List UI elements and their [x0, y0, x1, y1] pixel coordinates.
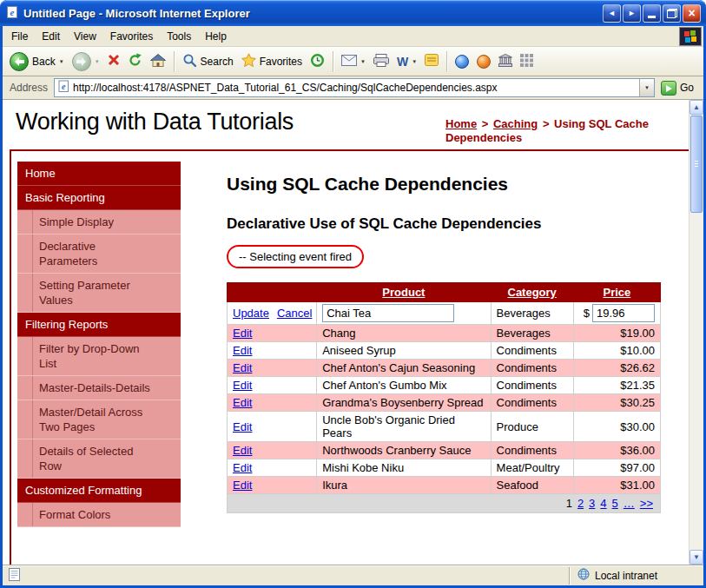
sidebar-item-customized-formatting[interactable]: Customized Formatting [17, 479, 181, 503]
edit-link[interactable]: Edit [233, 444, 252, 457]
stop-button[interactable] [104, 51, 123, 71]
msn-button[interactable] [473, 52, 494, 71]
research-button[interactable] [495, 51, 516, 72]
sort-price-link[interactable]: Price [603, 286, 630, 299]
scroll-up-button[interactable]: ▲ [690, 100, 703, 115]
edit-link[interactable]: Edit [233, 361, 252, 374]
scroll-down-button[interactable]: ▼ [690, 550, 703, 565]
edit-link[interactable]: Edit [233, 396, 252, 409]
sidebar-item-basic-reporting[interactable]: Basic Reporting [17, 186, 181, 210]
sidebar-item-setting-parameter-values[interactable]: Setting Parameter Values [17, 274, 181, 313]
sidebar-item-filter-by-dropdown-list[interactable]: Filter by Drop-Down List [17, 337, 181, 376]
table-row: Edit Uncle Bob's Organic Dried Pears Pro… [228, 412, 661, 442]
back-dropdown-icon[interactable]: ▼ [59, 59, 64, 64]
sidebar-item-home[interactable]: Home [17, 162, 181, 186]
edit-link[interactable]: Edit [233, 420, 252, 433]
refresh-button[interactable] [124, 50, 146, 73]
security-zone-label: Local intranet [595, 570, 657, 582]
pager-page-5-link[interactable]: 5 [612, 497, 618, 510]
product-cell: Northwoods Cranberry Sauce [317, 442, 491, 459]
sort-category-link[interactable]: Category [508, 286, 557, 299]
go-label: Go [680, 82, 694, 94]
sidebar-item-master-detail-two-pages[interactable]: Master/Detail Across Two Pages [17, 400, 181, 439]
menu-view[interactable]: View [67, 27, 103, 46]
history-button[interactable] [307, 50, 328, 73]
address-dropdown-button[interactable]: ▼ [639, 79, 654, 96]
action-cell: Edit [228, 377, 317, 394]
category-cell: Produce [491, 412, 573, 442]
edit-link[interactable]: Edit [233, 479, 252, 492]
discuss-button[interactable] [421, 51, 442, 71]
restore-button[interactable] [663, 4, 681, 23]
messenger-button[interactable] [452, 52, 472, 71]
update-link[interactable]: Update [233, 307, 269, 320]
price-input[interactable] [592, 304, 655, 322]
pager-page-2-link[interactable]: 2 [577, 497, 584, 510]
home-button[interactable] [147, 51, 169, 72]
sidebar-item-simple-display[interactable]: Simple Display [17, 210, 181, 235]
msn-icon [477, 55, 491, 69]
restore-icon [667, 9, 677, 18]
product-cell: Ikura [317, 477, 491, 494]
edit-link[interactable]: Edit [233, 344, 252, 357]
edit-dropdown-icon[interactable]: ▼ [412, 59, 417, 64]
page-header: Working with Data Tutorials Home > Cachi… [3, 100, 689, 149]
breadcrumb-caching-link[interactable]: Caching [493, 117, 538, 130]
titlebar[interactable]: e Untitled Page - Microsoft Internet Exp… [0, 0, 706, 26]
search-button[interactable]: Search [179, 50, 237, 73]
action-cell: Edit [228, 477, 317, 494]
edit-link[interactable]: Edit [233, 379, 252, 392]
menu-help[interactable]: Help [198, 27, 234, 46]
price-cell: $36.00 [573, 442, 660, 459]
close-button[interactable]: × [683, 4, 701, 23]
tiles-button[interactable] [517, 51, 537, 72]
pager-more-link[interactable]: … [624, 497, 635, 510]
sort-product-link[interactable]: Product [382, 286, 425, 299]
grid-icon [520, 54, 533, 69]
edit-link[interactable]: Edit [233, 461, 252, 474]
search-label: Search [201, 56, 234, 68]
pager-page-3-link[interactable]: 3 [589, 497, 595, 510]
minimize-button[interactable] [643, 4, 661, 23]
go-button[interactable]: Go [655, 81, 700, 96]
svg-text:e: e [62, 82, 66, 91]
product-cell: Mishi Kobe Niku [317, 459, 491, 477]
edit-link[interactable]: Edit [233, 327, 252, 340]
back-button[interactable]: Back ▼ [6, 50, 68, 74]
print-button[interactable] [370, 51, 393, 72]
forward-dropdown-icon[interactable]: ▼ [95, 59, 100, 64]
sidebar-item-master-details-details[interactable]: Master-Details-Details [17, 376, 181, 400]
grid-header-product: Product [317, 283, 491, 302]
action-cell: Edit [228, 360, 317, 377]
titlebar-arrow-right-button[interactable]: ► [623, 4, 641, 23]
sidebar-item-filtering-reports[interactable]: Filtering Reports [17, 313, 181, 337]
sidebar-item-declarative-parameters[interactable]: Declarative Parameters [17, 235, 181, 274]
menu-edit[interactable]: Edit [35, 27, 67, 46]
edit-with-word-button[interactable]: W ▼ [393, 52, 420, 71]
category-cell: Condiments [491, 360, 573, 377]
page-title: Using SQL Cache Dependencies [227, 174, 661, 195]
scrollbar-thumb[interactable] [690, 116, 703, 213]
sidebar-item-details-of-selected-row[interactable]: Details of Selected Row [17, 439, 181, 479]
address-input-box: e ▼ [54, 78, 655, 97]
breadcrumb-home-link[interactable]: Home [445, 117, 477, 130]
vertical-scrollbar[interactable]: ▲ ▼ [689, 100, 703, 565]
price-cell: $10.00 [573, 342, 660, 360]
back-label: Back [32, 56, 56, 68]
price-cell: $97.00 [573, 459, 660, 477]
mail-button[interactable]: ▼ [338, 52, 369, 71]
sidebar-item-format-colors[interactable]: Format Colors [17, 503, 181, 527]
menu-tools[interactable]: Tools [160, 27, 198, 46]
favorites-button[interactable]: Favorites [238, 50, 306, 73]
menu-favorites[interactable]: Favorites [103, 27, 160, 46]
address-input[interactable] [70, 80, 639, 96]
product-cell: Uncle Bob's Organic Dried Pears [317, 412, 491, 442]
forward-button[interactable]: ▼ [69, 50, 103, 74]
pager-next-link[interactable]: >> [640, 497, 653, 510]
pager-page-4-link[interactable]: 4 [600, 497, 606, 510]
menu-file[interactable]: File [4, 27, 35, 46]
mail-dropdown-icon[interactable]: ▼ [360, 59, 366, 64]
titlebar-arrow-left-button[interactable]: ◄ [603, 4, 621, 23]
product-name-input[interactable] [322, 304, 454, 322]
cancel-link[interactable]: Cancel [277, 307, 312, 320]
